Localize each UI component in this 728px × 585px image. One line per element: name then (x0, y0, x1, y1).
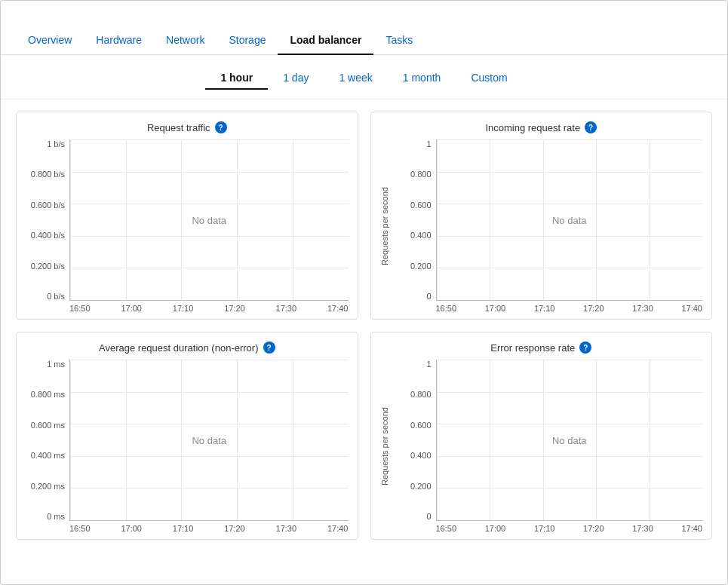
y-tick: 1 ms (47, 360, 65, 369)
grid-line-v (596, 139, 597, 300)
grid-line-v (126, 139, 127, 300)
tab-storage[interactable]: Storage (217, 26, 278, 55)
x-tick: 16:50 (69, 524, 91, 533)
x-tick: 17:20 (583, 304, 604, 313)
x-tick: 17:30 (632, 524, 653, 533)
tab-network[interactable]: Network (154, 26, 217, 55)
time-tab-1hour[interactable]: 1 hour (205, 67, 268, 90)
time-nav: 1 hour1 day1 week1 monthCustom (1, 55, 727, 100)
chart-title-row-incoming-request-rate: Incoming request rate? (380, 121, 703, 133)
grid-line-h (437, 424, 703, 424)
chart-card-avg-request-duration: Average request duration (non-error)?1 m… (16, 332, 358, 540)
help-icon-incoming-request-rate[interactable]: ? (585, 121, 597, 133)
y-axis-request-traffic: 1 b/s0.800 b/s0.600 b/s0.400 b/s0.200 b/… (26, 139, 69, 301)
grid-line-h (70, 456, 349, 457)
tab-hardware[interactable]: Hardware (84, 26, 154, 55)
x-tick: 17:00 (485, 304, 506, 313)
y-tick: 0.600 ms (31, 421, 65, 430)
grid-line-v (70, 360, 71, 520)
y-tick: 1 b/s (47, 139, 65, 149)
y-tick: 0.400 (410, 231, 432, 240)
modal: OverviewHardwareNetworkStorageLoad balan… (0, 0, 728, 585)
grid-line-h (70, 268, 349, 268)
no-data-label-incoming-request-rate: No data (552, 214, 587, 225)
x-axis-avg-request-duration: 16:5017:0017:1017:2017:3017:40 (69, 521, 349, 533)
x-axis-incoming-request-rate: 16:5017:0017:1017:2017:3017:40 (436, 301, 703, 313)
y-tick: 0.400 (410, 451, 432, 460)
y-tick: 0.200 b/s (31, 262, 65, 271)
no-data-label-avg-request-duration: No data (192, 434, 226, 446)
chart-title-avg-request-duration: Average request duration (non-error) (99, 342, 259, 354)
grid-line-v (437, 139, 438, 300)
grid-line-v (237, 139, 238, 300)
x-tick: 16:50 (69, 304, 91, 313)
x-tick: 17:40 (327, 524, 349, 533)
y-tick: 0.800 (410, 390, 432, 399)
grid-line-h (70, 360, 349, 360)
grid-line-h (437, 236, 703, 237)
modal-header (1, 1, 727, 19)
y-tick: 0 b/s (47, 292, 65, 301)
chart-card-request-traffic: Request traffic?1 b/s0.800 b/s0.600 b/s0… (16, 112, 358, 320)
x-tick: 17:40 (681, 524, 702, 533)
grid-line-h (437, 172, 703, 173)
grid-line-v (543, 360, 544, 520)
y-tick: 0.800 b/s (31, 170, 65, 179)
grid-line-h (437, 268, 703, 268)
y-tick: 0.600 (410, 421, 432, 430)
chart-card-error-response-rate: Error response rate?Requests per second1… (370, 332, 713, 540)
help-icon-error-response-rate[interactable]: ? (579, 342, 591, 354)
x-tick: 16:50 (436, 524, 457, 533)
chart-title-error-response-rate: Error response rate (490, 342, 575, 354)
chart-canvas-error-response-rate: No data (436, 360, 703, 521)
grid-line-v (126, 360, 127, 520)
grid-line-v (543, 139, 544, 300)
y-axis-incoming-request-rate: 10.8000.6000.4000.2000 (392, 139, 436, 301)
chart-title-request-traffic: Request traffic (147, 122, 210, 133)
y-tick: 1 (426, 139, 431, 149)
x-tick: 17:00 (485, 524, 506, 533)
grid-line-v (437, 360, 438, 520)
no-data-label-request-traffic: No data (192, 214, 226, 225)
time-tab-1month[interactable]: 1 month (388, 67, 456, 90)
tab-load-balancer[interactable]: Load balancer (278, 26, 373, 55)
chart-title-incoming-request-rate: Incoming request rate (485, 122, 580, 133)
y-tick: 0.600 (410, 201, 432, 210)
grid-line-h (70, 392, 349, 393)
time-tab-1day[interactable]: 1 day (268, 67, 324, 90)
chart-canvas-avg-request-duration: No data (69, 360, 349, 521)
no-data-label-error-response-rate: No data (552, 434, 587, 446)
grid-line-v (596, 360, 597, 520)
grid-line-v (293, 360, 293, 520)
grid-line-v (490, 360, 490, 520)
time-tab-custom[interactable]: Custom (456, 67, 522, 90)
help-icon-avg-request-duration[interactable]: ? (263, 342, 275, 354)
grid-line-v (650, 139, 650, 300)
grid-line-h (437, 204, 703, 204)
tab-tasks[interactable]: Tasks (373, 26, 425, 55)
x-tick: 17:00 (121, 524, 142, 533)
tab-overview[interactable]: Overview (16, 26, 84, 55)
x-tick: 17:30 (276, 524, 297, 533)
x-tick: 17:10 (173, 524, 194, 533)
close-button[interactable] (706, 13, 712, 19)
tabs-nav: OverviewHardwareNetworkStorageLoad balan… (1, 26, 727, 55)
y-axis-label-incoming-request-rate: Requests per second (380, 139, 389, 313)
y-tick: 0.400 b/s (31, 231, 65, 240)
x-tick: 17:30 (276, 304, 297, 313)
help-icon-request-traffic[interactable]: ? (215, 121, 227, 133)
grid-line-h (437, 360, 703, 360)
time-tab-1week[interactable]: 1 week (324, 67, 387, 90)
chart-title-row-error-response-rate: Error response rate? (380, 342, 703, 354)
y-tick: 1 (426, 360, 431, 369)
grid-line-h (70, 139, 349, 140)
chart-area-incoming-request-rate: Requests per second10.8000.6000.4000.200… (380, 139, 703, 313)
chart-card-incoming-request-rate: Incoming request rate?Requests per secon… (370, 112, 713, 320)
chart-area-request-traffic: 1 b/s0.800 b/s0.600 b/s0.400 b/s0.200 b/… (26, 139, 349, 313)
y-tick: 0.800 ms (31, 390, 65, 399)
y-axis-avg-request-duration: 1 ms0.800 ms0.600 ms0.400 ms0.200 ms0 ms (26, 360, 69, 521)
grid-line-v (490, 139, 490, 300)
y-axis-error-response-rate: 10.8000.6000.4000.2000 (392, 360, 436, 521)
y-tick: 0.400 ms (31, 451, 65, 460)
y-tick: 0.600 b/s (31, 201, 65, 210)
